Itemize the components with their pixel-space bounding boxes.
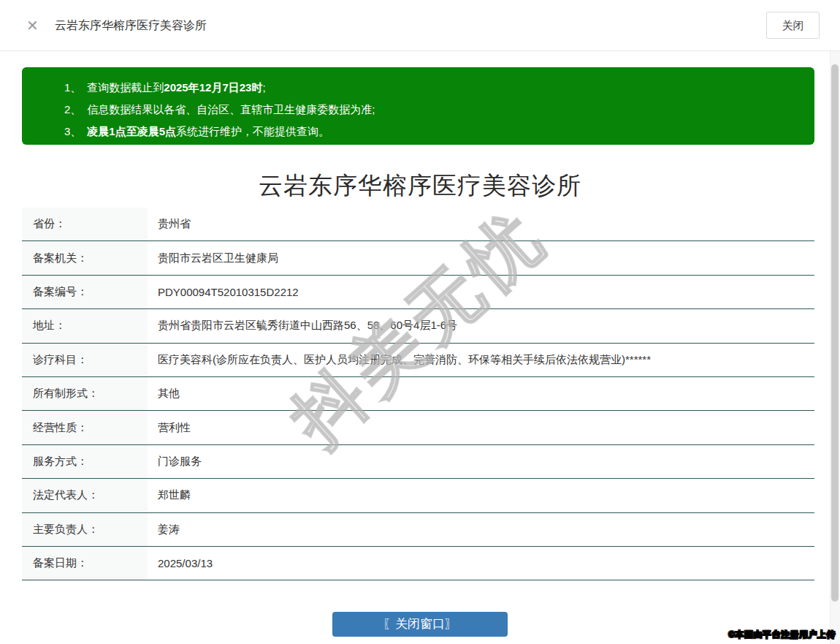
- table-row-principal: 主要负责人： 姜涛: [22, 513, 814, 547]
- notice-line-3-bold: 凌晨1点至凌晨5点: [87, 125, 176, 137]
- row-label: 备案编号：: [22, 276, 148, 308]
- table-row-treatment-subjects: 诊疗科目： 医疗美容科(诊所应在负责人、医护人员均注册完成、完善消防、环保等相关…: [22, 344, 814, 377]
- notice-line-3-num: 3、: [64, 125, 81, 137]
- row-label: 地址：: [22, 309, 148, 342]
- notice-box: 1、查询数据截止到2025年12月7日23时; 2、信息数据结果以各省、自治区、…: [22, 67, 814, 145]
- notice-line-1-post: ;: [262, 81, 265, 94]
- table-row-province: 省份： 贵州省: [22, 208, 814, 241]
- row-value: 贵阳市云岩区卫生健康局: [148, 241, 814, 274]
- table-row-filing-date: 备案日期： 2025/03/13: [22, 547, 814, 580]
- close-button[interactable]: 关闭: [766, 12, 820, 39]
- scrollbar-track[interactable]: [830, 51, 840, 644]
- row-label: 经营性质：: [22, 411, 148, 444]
- table-row-operating-nature: 经营性质： 营利性: [22, 411, 814, 444]
- copyright-stamp: ©本图由平台注册用户上传: [728, 629, 836, 641]
- row-label: 服务方式：: [22, 445, 148, 478]
- row-value: 贵州省: [148, 208, 814, 240]
- table-row-service-mode: 服务方式： 门诊服务: [22, 445, 814, 479]
- table-row-address: 地址： 贵州省贵阳市云岩区毓秀街道中山西路56、58、60号4层1-6号: [22, 309, 814, 343]
- row-value: PDY00094T52010315D2212: [148, 276, 814, 308]
- notice-line-1-bold: 2025年12月7日23时: [164, 81, 262, 94]
- row-label: 省份：: [22, 208, 148, 240]
- row-value: 贵州省贵阳市云岩区毓秀街道中山西路56、58、60号4层1-6号: [148, 309, 814, 342]
- table-row-filing-authority: 备案机关： 贵阳市云岩区卫生健康局: [22, 241, 814, 275]
- close-x-icon[interactable]: ✕: [26, 16, 39, 35]
- row-value: 姜涛: [148, 513, 814, 546]
- page-title: 云岩东序华榕序医疗美容诊所: [0, 170, 840, 202]
- table-row-filing-number: 备案编号： PDY00094T52010315D2212: [22, 276, 814, 309]
- notice-line-1: 1、查询数据截止到2025年12月7日23时;: [64, 77, 800, 99]
- notice-line-2-num: 2、: [64, 103, 81, 115]
- notice-line-2: 2、信息数据结果以各省、自治区、直辖市卫生健康委数据为准;: [64, 99, 800, 121]
- header-bar: ✕ 云岩东序华榕序医疗美容诊所 关闭: [0, 0, 840, 51]
- notice-line-3: 3、凌晨1点至凌晨5点系统进行维护，不能提供查询。: [64, 121, 800, 143]
- notice-line-1-pre: 查询数据截止到: [87, 81, 164, 94]
- notice-line-1-num: 1、: [64, 81, 81, 94]
- row-value: 医疗美容科(诊所应在负责人、医护人员均注册完成、完善消防、环保等相关手续后依法依…: [148, 344, 814, 376]
- window-title: 云岩东序华榕序医疗美容诊所: [55, 18, 207, 34]
- close-window-button[interactable]: 〖关闭窗口〗: [332, 612, 508, 637]
- row-value: 2025/03/13: [148, 547, 814, 580]
- info-table: 省份： 贵州省 备案机关： 贵阳市云岩区卫生健康局 备案编号： PDY00094…: [22, 208, 814, 580]
- row-value: 门诊服务: [148, 445, 814, 478]
- row-value: 营利性: [148, 411, 814, 444]
- row-label: 诊疗科目：: [22, 344, 148, 376]
- row-label: 备案机关：: [22, 241, 148, 274]
- row-label: 法定代表人：: [22, 479, 148, 512]
- row-label: 备案日期：: [22, 547, 148, 580]
- notice-line-2-pre: 信息数据结果以各省、自治区、直辖市卫生健康委数据为准;: [87, 103, 375, 115]
- row-label: 所有制形式：: [22, 377, 148, 410]
- row-label: 主要负责人：: [22, 513, 148, 546]
- notice-line-3-post: 系统进行维护，不能提供查询。: [176, 125, 329, 137]
- row-value: 郑世麟: [148, 479, 814, 512]
- row-value: 其他: [148, 377, 814, 410]
- scrollbar-thumb[interactable]: [831, 64, 839, 602]
- table-row-legal-representative: 法定代表人： 郑世麟: [22, 479, 814, 512]
- table-row-ownership-form: 所有制形式： 其他: [22, 377, 814, 411]
